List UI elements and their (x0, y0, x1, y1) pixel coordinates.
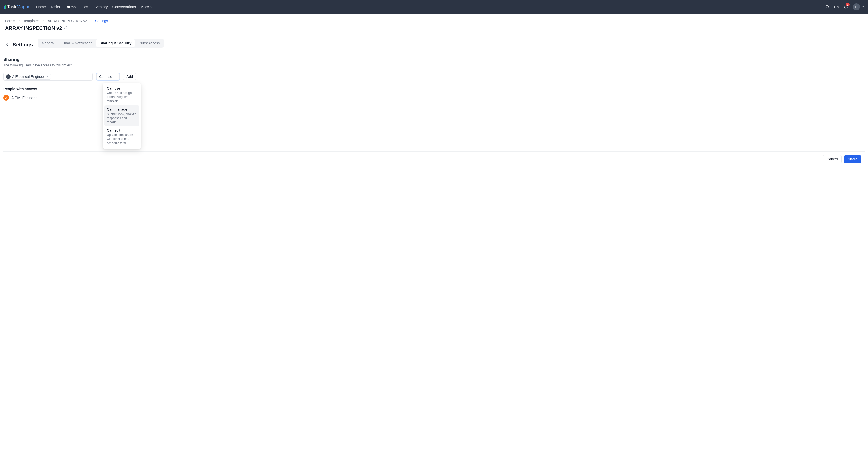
language-toggle[interactable]: EN (834, 5, 839, 9)
nav-forms[interactable]: Forms (64, 5, 76, 9)
crumb-templates[interactable]: Templates (23, 19, 40, 23)
nav-more-label: More (141, 5, 149, 9)
multiselect-clear-icon[interactable] (79, 75, 84, 78)
permission-option-desc: Update form, share with other users, sch… (107, 133, 137, 145)
footer-actions: Cancel Share (3, 152, 865, 167)
crumb-settings[interactable]: Settings (95, 19, 108, 23)
chip-remove-icon[interactable] (46, 75, 49, 78)
share-button[interactable]: Share (844, 155, 861, 163)
user-menu[interactable]: R (853, 3, 864, 10)
tab-sharing-security[interactable]: Sharing & Security (96, 39, 135, 47)
add-button[interactable]: Add (123, 73, 136, 80)
chevron-down-icon (861, 5, 864, 8)
user-chip: A A Electrical Engineer (5, 74, 51, 80)
chevron-down-icon (114, 75, 117, 78)
multiselect-caret-icon[interactable] (86, 75, 91, 78)
nav-files[interactable]: Files (80, 5, 88, 9)
permission-option-title: Can use (107, 86, 137, 90)
chevron-down-icon (150, 5, 153, 8)
nav-more[interactable]: More (141, 5, 153, 9)
svg-line-1 (828, 8, 829, 8)
chevron-left-icon (5, 43, 9, 47)
permission-dropdown: Can use Create and assign forms using th… (103, 83, 141, 149)
logo-icon (4, 5, 6, 9)
settings-heading: Settings (13, 42, 33, 48)
notification-badge: 1 (846, 3, 850, 6)
svg-point-0 (826, 5, 829, 8)
settings-tabs: General Email & Notification Sharing & S… (38, 39, 164, 48)
permission-option-can-manage[interactable]: Can manage Submit, view, analyze respons… (104, 105, 140, 126)
avatar: R (853, 3, 860, 10)
nav-links: Home Tasks Forms Files Inventory Convers… (36, 5, 153, 9)
permission-option-title: Can manage (107, 107, 137, 111)
logo-text-a: Task (7, 4, 17, 9)
user-multiselect[interactable]: A A Electrical Engineer (3, 73, 93, 81)
permission-option-title: Can edit (107, 128, 137, 132)
logo-text-b: Mapper (17, 4, 32, 9)
permission-select-label: Can use (99, 75, 112, 79)
permission-option-can-use[interactable]: Can use Create and assign forms using th… (104, 84, 140, 105)
chevron-right-icon (18, 19, 21, 22)
nav-inventory[interactable]: Inventory (93, 5, 108, 9)
permission-select[interactable]: Can use (96, 73, 120, 80)
nav-home[interactable]: Home (36, 5, 46, 9)
back-button[interactable] (5, 43, 9, 47)
tab-email-notification[interactable]: Email & Notification (58, 39, 96, 47)
crumb-forms[interactable]: Forms (5, 19, 15, 23)
chevron-right-icon (90, 19, 93, 22)
crumb-template-name[interactable]: ARRAY INSPECTION v2 (48, 19, 87, 23)
sharing-title: Sharing (3, 57, 865, 62)
permission-option-can-edit[interactable]: Can edit Update form, share with other u… (104, 126, 140, 147)
search-icon[interactable] (825, 5, 830, 9)
tab-quick-access[interactable]: Quick Access (135, 39, 163, 47)
chevron-right-icon (42, 19, 45, 22)
breadcrumb-area: Forms Templates ARRAY INSPECTION v2 Sett… (0, 14, 868, 35)
person-avatar: A (3, 95, 9, 101)
page-title: ARRAY INSPECTION v2 (5, 25, 62, 31)
info-icon[interactable]: i (64, 26, 68, 30)
share-input-row: A A Electrical Engineer Can use Add Can … (3, 73, 865, 81)
sharing-section: Sharing The following users have access … (0, 51, 868, 167)
topbar-right: EN 1 R (825, 3, 864, 10)
chip-avatar: A (6, 74, 11, 79)
topbar: TaskMapper Home Tasks Forms Files Invent… (0, 0, 868, 14)
chip-label: A Electrical Engineer (12, 75, 45, 79)
sharing-subtitle: The following users have access to this … (3, 63, 865, 67)
permission-option-desc: Create and assign forms using the templa… (107, 91, 137, 103)
notifications-button[interactable]: 1 (844, 5, 848, 9)
nav-conversations[interactable]: Conversations (112, 5, 136, 9)
person-name: A Civil Engineer (11, 96, 37, 100)
settings-area: Settings General Email & Notification Sh… (0, 35, 868, 51)
nav-tasks[interactable]: Tasks (51, 5, 60, 9)
logo[interactable]: TaskMapper (4, 4, 32, 10)
cancel-button[interactable]: Cancel (823, 155, 842, 163)
tab-general[interactable]: General (38, 39, 58, 47)
permission-option-desc: Submit, view, analyze responses and repo… (107, 112, 137, 124)
breadcrumb: Forms Templates ARRAY INSPECTION v2 Sett… (5, 19, 863, 23)
